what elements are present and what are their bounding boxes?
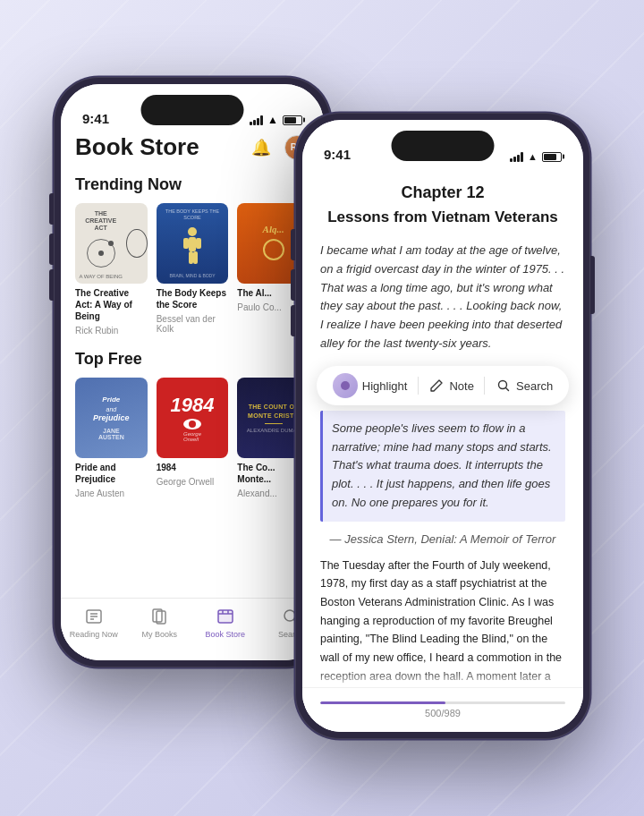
wifi-icon-front: ▲ [528,151,538,162]
svg-rect-12 [218,610,233,623]
quote-attribution: — Jessica Stern, Denial: A Memoir of Ter… [302,529,583,553]
book-store-icon [215,606,236,627]
tab-label-reading: Reading Now [70,630,118,639]
svg-point-0 [188,227,197,236]
book-cover-creative: THE CREATIVE ACT A WAY OF BEING [75,203,148,284]
note-label: Note [449,379,473,393]
opening-text: I became what I am today at the age of t… [302,234,583,361]
bookstore-content: Book Store 🔔 RK [61,133,324,598]
status-icons-back: ▲ [250,114,302,126]
phone-back: 9:41 ▲ [54,77,331,667]
tab-bar-back: Reading Now My Books [61,598,324,660]
tab-label-bookstore: Book Store [205,630,245,639]
bookstore-header: Book Store 🔔 RK [75,133,309,161]
dynamic-island-front [392,131,495,161]
tab-book-store[interactable]: Book Store [192,606,258,639]
book-author: Rick Rubin [75,326,148,336]
tab-reading-now[interactable]: Reading Now [61,606,127,639]
bookstore-screen: 9:41 ▲ [61,84,324,660]
bell-icon[interactable]: 🔔 [249,135,274,160]
reading-now-icon [83,606,105,627]
pencil-icon [428,378,445,394]
tab-my-books[interactable]: My Books [127,606,193,639]
highlight-label: Highlight [362,379,408,393]
toolbar-divider-1 [418,377,419,395]
page-progress: 500/989 [302,687,583,732]
free-books-row: Pride and Prejudice JANE AUSTEN Pride an… [75,378,309,498]
progress-fill [320,701,445,704]
reader-content: Chapter 12 Lessons from Vietnam Veterans… [302,169,583,687]
book-title: The Creative Act: A Way of Being [75,287,148,322]
search-label: Search [516,379,553,393]
svg-rect-4 [189,251,193,264]
book-author: Jane Austen [75,489,148,498]
book-cover-pride: Pride and Prejudice JANE AUSTEN [75,378,148,458]
chapter-header: Chapter 12 Lessons from Vietnam Veterans [302,169,583,234]
status-icons-front: ▲ [510,151,562,162]
progress-bar [320,701,565,704]
trending-title: Trending Now [75,175,182,194]
book-author: George Orwell [157,477,229,487]
highlighted-section: Some people's lives seem to flow in a na… [302,411,583,522]
book-cover-1984: 1984 GeorgeOrwell [157,378,229,458]
svg-rect-3 [196,238,201,249]
reader-screen-inner: 9:41 ▲ [302,120,583,732]
status-time-back: 9:41 [82,111,109,126]
dynamic-island-back [141,95,244,125]
list-item[interactable]: THE CREATIVE ACT A WAY OF BEING The Crea… [75,203,148,336]
battery-icon-back [283,115,302,125]
svg-rect-1 [189,237,196,251]
list-item[interactable]: THE BODY KEEPS THE SCORE [157,203,229,336]
search-button[interactable]: Search [496,378,553,394]
book-cover-body: THE BODY KEEPS THE SCORE [157,203,229,284]
battery-icon-front [542,152,562,162]
highlighted-quote: Some people's lives seem to flow in a na… [320,411,565,522]
book-title: The Body Keeps the Score [157,287,229,310]
search-icon [496,378,512,394]
signal-icon-back [250,115,263,125]
book-title: 1984 [157,462,229,473]
reader-screen: 9:41 ▲ [302,120,583,732]
highlight-button[interactable]: Highlight [333,373,408,398]
list-item[interactable]: Pride and Prejudice JANE AUSTEN Pride an… [75,378,148,498]
phone-front: 9:41 ▲ [295,113,590,739]
book-author: Bessel van der Kolk [157,314,229,334]
status-time-front: 9:41 [324,147,351,162]
note-button[interactable]: Note [428,378,473,394]
signal-icon-front [510,152,523,162]
fade-overlay [302,669,583,687]
quote-text: Some people's lives seem to flow in a na… [332,421,552,509]
bookstore-screen-inner: 9:41 ▲ [61,84,324,660]
top-free-section-header: Top Free [75,350,309,369]
progress-text: 500/989 [425,708,461,718]
highlight-icon [333,373,358,398]
chapter-number: Chapter 12 [320,183,565,202]
svg-rect-5 [193,251,198,264]
top-free-title: Top Free [75,350,142,369]
wifi-icon-back: ▲ [267,114,278,126]
toolbar-divider-2 [484,377,485,395]
trending-section-header: Trending Now All [75,175,309,194]
tab-label-mybooks: My Books [141,630,177,639]
my-books-icon [148,606,170,627]
svg-line-18 [506,388,509,391]
svg-rect-2 [183,238,189,249]
trending-books-row: THE CREATIVE ACT A WAY OF BEING The Crea… [75,203,309,336]
book-title: Pride and Prejudice [75,462,148,485]
reader-toolbar: Highlight Note [317,366,569,405]
bookstore-title: Book Store [75,133,199,161]
chapter-title: Lessons from Vietnam Veterans [320,208,565,227]
list-item[interactable]: 1984 GeorgeOrwell 1984 George Orwell [157,378,229,498]
body-paragraph: The Tuesday after the Fourth of July wee… [302,553,583,687]
